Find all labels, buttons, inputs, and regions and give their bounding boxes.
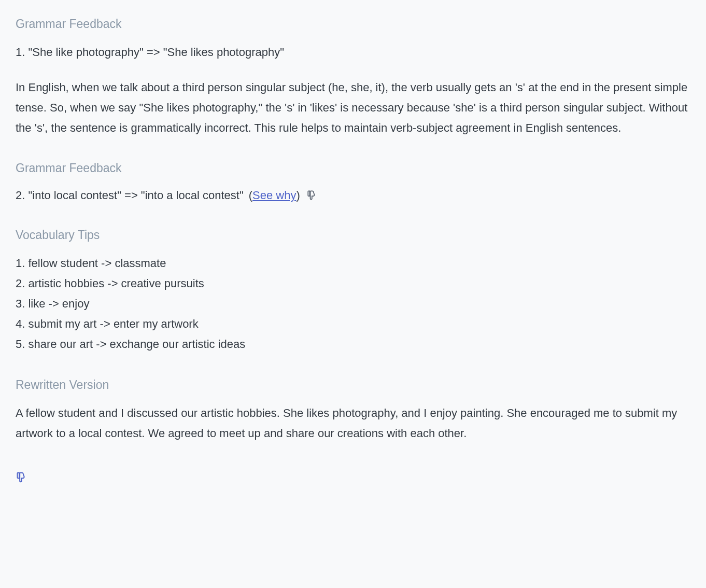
rewritten-version: Rewritten Version A fellow student and I… — [16, 376, 690, 444]
grammar-feedback-1-item: 1. "She like photography" => "She likes … — [16, 42, 690, 62]
grammar-feedback-2-heading: Grammar Feedback — [16, 160, 690, 177]
thumbs-down-icon[interactable] — [16, 470, 30, 485]
grammar-feedback-1: Grammar Feedback 1. "She like photograph… — [16, 16, 690, 138]
vocabulary-tips-heading: Vocabulary Tips — [16, 227, 690, 244]
grammar-feedback-2: Grammar Feedback 2. "into local contest"… — [16, 160, 690, 205]
open-paren: ( — [249, 189, 252, 202]
see-why-link[interactable]: See why — [252, 189, 296, 202]
close-paren: ) — [296, 189, 300, 202]
grammar-feedback-2-item: 2. "into local contest" => "into a local… — [16, 186, 244, 204]
thumbs-down-icon[interactable] — [306, 189, 320, 202]
vocabulary-tips: Vocabulary Tips 1. fellow student -> cla… — [16, 227, 690, 355]
rewritten-text: A fellow student and I discussed our art… — [16, 403, 690, 443]
grammar-feedback-1-heading: Grammar Feedback — [16, 16, 690, 33]
vocabulary-list: 1. fellow student -> classmate 2. artist… — [16, 253, 690, 355]
rewritten-heading: Rewritten Version — [16, 376, 690, 394]
vocab-item: 1. fellow student -> classmate — [16, 253, 690, 273]
vocab-item: 5. share our art -> exchange our artisti… — [16, 334, 690, 354]
see-why-wrapper: (See why) — [249, 186, 300, 204]
grammar-feedback-1-explanation: In English, when we talk about a third p… — [16, 77, 690, 138]
vocab-item: 4. submit my art -> enter my artwork — [16, 314, 690, 334]
vocab-item: 2. artistic hobbies -> creative pursuits — [16, 273, 690, 293]
vocab-item: 3. like -> enjoy — [16, 293, 690, 314]
